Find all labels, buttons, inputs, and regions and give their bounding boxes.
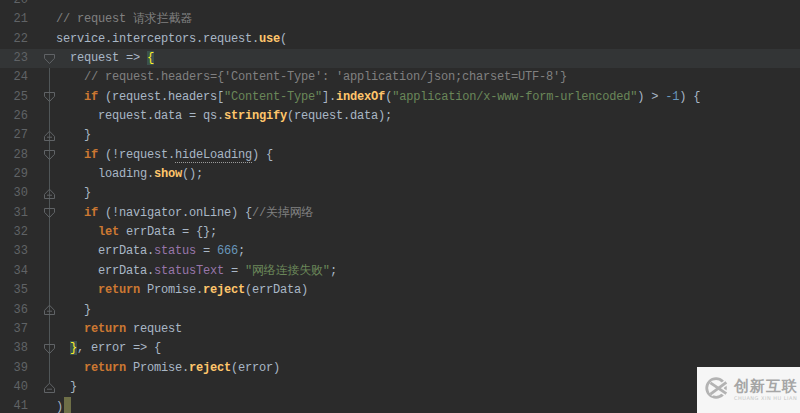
fold-collapse-icon[interactable]: [28, 146, 56, 165]
code-line[interactable]: 32 let errData = {};: [0, 223, 800, 242]
circle-x-logo-icon: [703, 374, 731, 406]
line-number[interactable]: 20: [0, 0, 28, 10]
code-text: }, error => {: [56, 339, 800, 358]
line-number[interactable]: 30: [0, 184, 28, 203]
line-number[interactable]: 38: [0, 339, 28, 358]
code-text: }: [56, 301, 800, 320]
fold-spacer: [28, 0, 56, 10]
code-line[interactable]: 20: [0, 0, 800, 10]
code-text: service.interceptors.request.use(: [56, 30, 800, 49]
line-number[interactable]: 41: [0, 397, 28, 413]
fold-expand-icon[interactable]: [28, 184, 56, 203]
line-number[interactable]: 36: [0, 301, 28, 320]
fold-collapse-icon[interactable]: [28, 49, 56, 68]
fold-expand-icon[interactable]: [28, 378, 56, 397]
code-line[interactable]: 34 errData.statusText = "网络连接失败";: [0, 262, 800, 281]
line-number[interactable]: 27: [0, 126, 28, 145]
line-number[interactable]: 22: [0, 30, 28, 49]
code-line[interactable]: 21// request 请求拦截器: [0, 10, 800, 29]
code-text: [56, 0, 800, 10]
line-number[interactable]: 40: [0, 378, 28, 397]
code-text: loading.show();: [56, 165, 800, 184]
watermark: 创新互联 CHUANG XIN HU LIAN: [697, 367, 800, 413]
fold-spacer: [28, 397, 56, 413]
code-text: return Promise.reject(error): [56, 359, 800, 378]
code-text: request.data = qs.stringify(request.data…: [56, 107, 800, 126]
code-line[interactable]: 24 // request.headers={'Content-Type': '…: [0, 68, 800, 87]
line-number[interactable]: 23: [0, 49, 28, 68]
code-line[interactable]: 37 return request: [0, 320, 800, 339]
line-number[interactable]: 31: [0, 204, 28, 223]
code-line[interactable]: 33 errData.status = 666;: [0, 242, 800, 261]
code-text: let errData = {};: [56, 223, 800, 242]
code-text: return request: [56, 320, 800, 339]
line-number[interactable]: 21: [0, 10, 28, 29]
fold-spacer: [28, 30, 56, 49]
code-text: request => {: [56, 49, 800, 68]
code-line[interactable]: 41): [0, 397, 800, 413]
fold-spacer: [28, 107, 56, 126]
code-text: }: [56, 378, 800, 397]
code-text: errData.statusText = "网络连接失败";: [56, 262, 800, 281]
text-caret: [64, 397, 71, 413]
brand-tagline: CHUANG XIN HU LIAN: [734, 396, 798, 401]
brand-name: 创新互联: [734, 379, 798, 394]
line-number[interactable]: 24: [0, 68, 28, 87]
code-text: // request 请求拦截器: [56, 10, 800, 29]
code-text: ): [56, 397, 800, 413]
line-number[interactable]: 28: [0, 146, 28, 165]
line-number[interactable]: 35: [0, 281, 28, 300]
line-number[interactable]: 29: [0, 165, 28, 184]
line-number[interactable]: 25: [0, 88, 28, 107]
code-area[interactable]: 2021// request 请求拦截器22service.intercepto…: [0, 0, 800, 413]
code-line[interactable]: 31 if (!navigator.onLine) {//关掉网络: [0, 204, 800, 223]
code-text: return Promise.reject(errData): [56, 281, 800, 300]
code-text: if (!navigator.onLine) {//关掉网络: [56, 204, 800, 223]
code-editor: 2021// request 请求拦截器22service.intercepto…: [0, 0, 800, 413]
fold-spacer: [28, 223, 56, 242]
code-line[interactable]: 25 if (request.headers["Content-Type"].i…: [0, 88, 800, 107]
fold-collapse-icon[interactable]: [28, 88, 56, 107]
code-text: if (request.headers["Content-Type"].inde…: [56, 88, 800, 107]
fold-spacer: [28, 262, 56, 281]
fold-spacer: [28, 281, 56, 300]
code-text: }: [56, 184, 800, 203]
code-text: // request.headers={'Content-Type': 'app…: [56, 68, 800, 87]
fold-spacer: [28, 242, 56, 261]
fold-spacer: [28, 359, 56, 378]
code-line[interactable]: 36 }: [0, 301, 800, 320]
fold-spacer: [28, 165, 56, 184]
line-number[interactable]: 26: [0, 107, 28, 126]
code-text: if (!request.hideLoading) {: [56, 146, 800, 165]
code-line[interactable]: 29 loading.show();: [0, 165, 800, 184]
line-number[interactable]: 34: [0, 262, 28, 281]
code-line[interactable]: 38 }, error => {: [0, 339, 800, 358]
fold-collapse-icon[interactable]: [28, 204, 56, 223]
fold-expand-icon[interactable]: [28, 301, 56, 320]
fold-spacer: [28, 68, 56, 87]
fold-expand-icon[interactable]: [28, 126, 56, 145]
code-line[interactable]: 35 return Promise.reject(errData): [0, 281, 800, 300]
code-line[interactable]: 28 if (!request.hideLoading) {: [0, 146, 800, 165]
code-text: }: [56, 126, 800, 145]
line-number[interactable]: 39: [0, 359, 28, 378]
line-number[interactable]: 32: [0, 223, 28, 242]
code-line[interactable]: 26 request.data = qs.stringify(request.d…: [0, 107, 800, 126]
code-line[interactable]: 30 }: [0, 184, 800, 203]
code-line[interactable]: 27 }: [0, 126, 800, 145]
fold-collapse-icon[interactable]: [28, 339, 56, 358]
line-number[interactable]: 37: [0, 320, 28, 339]
code-line[interactable]: 40 }: [0, 378, 800, 397]
fold-spacer: [28, 10, 56, 29]
code-line[interactable]: 23 request => {: [0, 49, 800, 68]
line-number[interactable]: 33: [0, 242, 28, 261]
code-line[interactable]: 22service.interceptors.request.use(: [0, 30, 800, 49]
fold-spacer: [28, 320, 56, 339]
code-text: errData.status = 666;: [56, 242, 800, 261]
code-line[interactable]: 39 return Promise.reject(error): [0, 359, 800, 378]
